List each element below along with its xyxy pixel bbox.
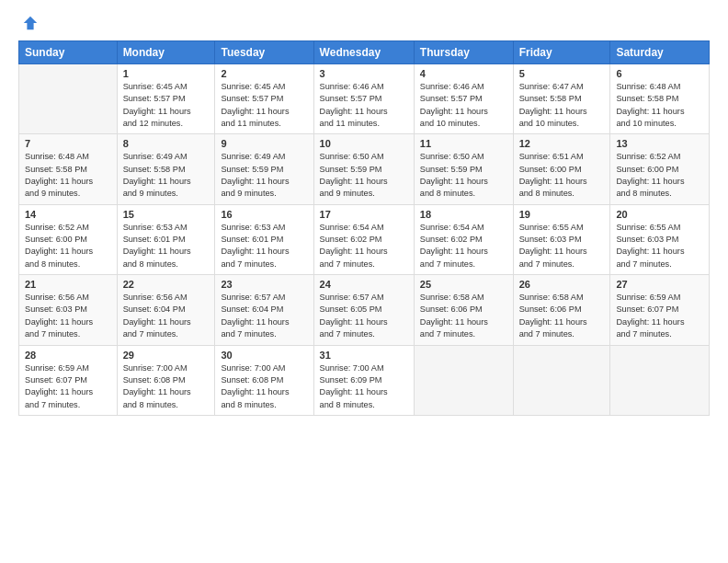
day-info: Sunrise: 6:46 AMSunset: 5:57 PMDaylight:… <box>320 81 408 130</box>
column-header-saturday: Saturday <box>610 41 710 64</box>
day-info: Sunrise: 6:58 AMSunset: 6:06 PMDaylight:… <box>519 292 605 340</box>
calendar-cell <box>513 345 610 415</box>
calendar-cell: 30Sunrise: 7:00 AMSunset: 6:08 PMDayligh… <box>215 345 313 415</box>
logo-icon <box>22 15 39 31</box>
calendar-week-row: 21Sunrise: 6:56 AMSunset: 6:03 PMDayligh… <box>19 275 710 345</box>
day-number: 22 <box>123 279 210 290</box>
day-info: Sunrise: 6:59 AMSunset: 6:07 PMDaylight:… <box>25 362 111 411</box>
calendar-cell: 7Sunrise: 6:48 AMSunset: 5:58 PMDaylight… <box>19 134 118 204</box>
day-number: 21 <box>25 279 111 290</box>
calendar-week-row: 1Sunrise: 6:45 AMSunset: 5:57 PMDaylight… <box>19 64 710 134</box>
day-info: Sunrise: 6:56 AMSunset: 6:03 PMDaylight:… <box>25 292 111 340</box>
day-number: 16 <box>221 209 307 220</box>
calendar-week-row: 28Sunrise: 6:59 AMSunset: 6:07 PMDayligh… <box>19 345 710 415</box>
column-header-wednesday: Wednesday <box>313 41 414 64</box>
calendar-cell: 20Sunrise: 6:55 AMSunset: 6:03 PMDayligh… <box>610 204 710 274</box>
day-info: Sunrise: 6:52 AMSunset: 6:00 PMDaylight:… <box>25 222 111 270</box>
calendar-table: SundayMondayTuesdayWednesdayThursdayFrid… <box>18 40 710 416</box>
calendar-cell: 5Sunrise: 6:47 AMSunset: 5:58 PMDaylight… <box>513 64 610 134</box>
column-header-sunday: Sunday <box>19 41 118 64</box>
day-info: Sunrise: 6:53 AMSunset: 6:01 PMDaylight:… <box>123 222 210 270</box>
day-number: 23 <box>221 279 307 290</box>
day-number: 13 <box>616 138 703 149</box>
day-number: 26 <box>519 279 605 290</box>
day-number: 11 <box>420 138 507 149</box>
day-info: Sunrise: 6:51 AMSunset: 6:00 PMDaylight:… <box>519 151 605 200</box>
calendar-cell: 15Sunrise: 6:53 AMSunset: 6:01 PMDayligh… <box>117 204 215 274</box>
day-info: Sunrise: 7:00 AMSunset: 6:08 PMDaylight:… <box>221 362 307 411</box>
calendar-cell: 24Sunrise: 6:57 AMSunset: 6:05 PMDayligh… <box>313 275 414 345</box>
column-header-thursday: Thursday <box>414 41 513 64</box>
calendar-cell: 25Sunrise: 6:58 AMSunset: 6:06 PMDayligh… <box>414 275 513 345</box>
column-header-tuesday: Tuesday <box>215 41 313 64</box>
day-number: 7 <box>25 138 111 149</box>
calendar-cell: 27Sunrise: 6:59 AMSunset: 6:07 PMDayligh… <box>610 275 710 345</box>
day-info: Sunrise: 6:47 AMSunset: 5:58 PMDaylight:… <box>519 81 605 130</box>
day-info: Sunrise: 6:49 AMSunset: 5:58 PMDaylight:… <box>123 151 210 200</box>
day-info: Sunrise: 6:58 AMSunset: 6:06 PMDaylight:… <box>420 292 507 340</box>
day-number: 8 <box>123 138 210 149</box>
day-info: Sunrise: 6:45 AMSunset: 5:57 PMDaylight:… <box>221 81 307 130</box>
calendar-cell: 14Sunrise: 6:52 AMSunset: 6:00 PMDayligh… <box>19 204 118 274</box>
calendar-cell: 18Sunrise: 6:54 AMSunset: 6:02 PMDayligh… <box>414 204 513 274</box>
calendar-cell: 23Sunrise: 6:57 AMSunset: 6:04 PMDayligh… <box>215 275 313 345</box>
calendar-cell: 16Sunrise: 6:53 AMSunset: 6:01 PMDayligh… <box>215 204 313 274</box>
day-info: Sunrise: 6:49 AMSunset: 5:59 PMDaylight:… <box>221 151 307 200</box>
day-number: 12 <box>519 138 605 149</box>
day-info: Sunrise: 7:00 AMSunset: 6:08 PMDaylight:… <box>123 362 210 411</box>
day-info: Sunrise: 6:54 AMSunset: 6:02 PMDaylight:… <box>420 222 507 270</box>
calendar-cell <box>19 64 118 134</box>
day-number: 15 <box>123 209 210 220</box>
calendar-cell: 8Sunrise: 6:49 AMSunset: 5:58 PMDaylight… <box>117 134 215 204</box>
day-number: 27 <box>616 279 703 290</box>
calendar-cell: 1Sunrise: 6:45 AMSunset: 5:57 PMDaylight… <box>117 64 215 134</box>
day-number: 28 <box>25 350 111 361</box>
calendar-cell: 17Sunrise: 6:54 AMSunset: 6:02 PMDayligh… <box>313 204 414 274</box>
day-number: 1 <box>123 68 210 79</box>
day-number: 9 <box>221 138 307 149</box>
calendar-week-row: 7Sunrise: 6:48 AMSunset: 5:58 PMDaylight… <box>19 134 710 204</box>
calendar-cell: 6Sunrise: 6:48 AMSunset: 5:58 PMDaylight… <box>610 64 710 134</box>
calendar-cell: 26Sunrise: 6:58 AMSunset: 6:06 PMDayligh… <box>513 275 610 345</box>
day-number: 17 <box>320 209 408 220</box>
calendar-cell: 31Sunrise: 7:00 AMSunset: 6:09 PMDayligh… <box>313 345 414 415</box>
day-number: 18 <box>420 209 507 220</box>
day-info: Sunrise: 6:57 AMSunset: 6:05 PMDaylight:… <box>320 292 408 340</box>
day-number: 30 <box>221 350 307 361</box>
day-info: Sunrise: 6:48 AMSunset: 5:58 PMDaylight:… <box>25 151 111 200</box>
day-number: 4 <box>420 68 507 79</box>
day-number: 2 <box>221 68 307 79</box>
day-number: 14 <box>25 209 111 220</box>
day-info: Sunrise: 6:50 AMSunset: 5:59 PMDaylight:… <box>420 151 507 200</box>
day-number: 31 <box>320 350 408 361</box>
day-number: 19 <box>519 209 605 220</box>
calendar-cell: 2Sunrise: 6:45 AMSunset: 5:57 PMDaylight… <box>215 64 313 134</box>
day-number: 20 <box>616 209 703 220</box>
day-info: Sunrise: 6:50 AMSunset: 5:59 PMDaylight:… <box>320 151 408 200</box>
day-number: 24 <box>320 279 408 290</box>
page-header <box>18 15 710 31</box>
calendar-cell: 12Sunrise: 6:51 AMSunset: 6:00 PMDayligh… <box>513 134 610 204</box>
logo <box>18 15 39 31</box>
day-number: 29 <box>123 350 210 361</box>
day-number: 5 <box>519 68 605 79</box>
calendar-cell: 19Sunrise: 6:55 AMSunset: 6:03 PMDayligh… <box>513 204 610 274</box>
day-info: Sunrise: 6:55 AMSunset: 6:03 PMDaylight:… <box>519 222 605 270</box>
svg-marker-0 <box>24 17 37 29</box>
day-number: 25 <box>420 279 507 290</box>
calendar-cell: 4Sunrise: 6:46 AMSunset: 5:57 PMDaylight… <box>414 64 513 134</box>
calendar-week-row: 14Sunrise: 6:52 AMSunset: 6:00 PMDayligh… <box>19 204 710 274</box>
calendar-cell: 10Sunrise: 6:50 AMSunset: 5:59 PMDayligh… <box>313 134 414 204</box>
calendar-cell: 22Sunrise: 6:56 AMSunset: 6:04 PMDayligh… <box>117 275 215 345</box>
day-info: Sunrise: 6:54 AMSunset: 6:02 PMDaylight:… <box>320 222 408 270</box>
column-header-monday: Monday <box>117 41 215 64</box>
calendar-cell: 28Sunrise: 6:59 AMSunset: 6:07 PMDayligh… <box>19 345 118 415</box>
day-number: 3 <box>320 68 408 79</box>
column-header-friday: Friday <box>513 41 610 64</box>
calendar-cell <box>414 345 513 415</box>
day-info: Sunrise: 6:45 AMSunset: 5:57 PMDaylight:… <box>123 81 210 130</box>
day-info: Sunrise: 6:46 AMSunset: 5:57 PMDaylight:… <box>420 81 507 130</box>
calendar-cell: 29Sunrise: 7:00 AMSunset: 6:08 PMDayligh… <box>117 345 215 415</box>
day-number: 10 <box>320 138 408 149</box>
day-info: Sunrise: 6:55 AMSunset: 6:03 PMDaylight:… <box>616 222 703 270</box>
